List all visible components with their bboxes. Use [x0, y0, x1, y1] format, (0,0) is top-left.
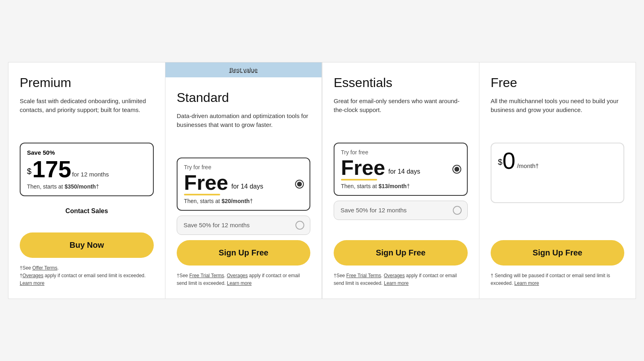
premium-period: for 12 months [72, 171, 109, 178]
plan-description-free: All the multichannel tools you need to b… [491, 97, 624, 133]
premium-currency: $ [27, 167, 31, 176]
premium-price-box: Save 50% $ 175 for 12 months Then, start… [20, 143, 154, 196]
plan-card-standard: Standard Data-driven automation and opti… [165, 77, 322, 299]
premium-save-text: Save 50% [27, 149, 147, 156]
free-number: 0 [502, 149, 515, 172]
essentials-save-option[interactable]: Save 50% for 12 months [334, 201, 468, 220]
plan-description-premium: Scale fast with dedicated onboarding, un… [20, 97, 154, 133]
standard-overages-link[interactable]: Overages [227, 273, 248, 278]
essentials-free-radio[interactable] [452, 165, 461, 174]
standard-free-trial-option[interactable]: Try for free Free for 14 days Then, star… [177, 158, 310, 211]
essentials-footnote: †See Free Trial Terms. Overages apply if… [334, 272, 468, 287]
free-learn-more-link[interactable]: Learn more [514, 280, 539, 286]
standard-save-radio[interactable] [295, 221, 304, 230]
plan-card-premium: Premium Scale fast with dedicated onboar… [8, 62, 165, 299]
plan-description-standard: Data-driven automation and optimization … [177, 112, 310, 148]
free-cta-button[interactable]: Sign Up Free [491, 240, 624, 266]
standard-save-option[interactable]: Save 50% for 12 months [177, 216, 310, 235]
standard-learn-more-link[interactable]: Learn more [227, 280, 252, 286]
premium-learn-more-link[interactable]: Learn more [20, 280, 44, 286]
plan-description-essentials: Great for email-only senders who want ar… [334, 97, 468, 133]
plan-card-free: Free All the multichannel tools you need… [479, 62, 636, 299]
standard-free-price: Free for 14 days [184, 172, 303, 193]
essentials-overages-link[interactable]: Overages [384, 273, 405, 278]
best-value-banner: Best value [165, 62, 322, 77]
premium-offer-terms-link[interactable]: Offer Terms [32, 265, 57, 271]
free-price-box: $ 0 /month† [491, 143, 624, 203]
free-per-month: /month† [517, 162, 539, 169]
free-currency: $ [498, 158, 502, 167]
plan-name-essentials: Essentials [334, 75, 468, 90]
free-amount: $ 0 /month† [498, 149, 539, 172]
essentials-save-label: Save 50% for 12 months [341, 207, 407, 214]
plan-name-standard: Standard [177, 90, 310, 105]
standard-then: Then, starts at $20/month† [184, 198, 303, 204]
standard-wrapper: Best value Standard Data-driven automati… [165, 62, 322, 299]
plan-card-essentials: Essentials Great for email-only senders … [322, 62, 479, 299]
standard-cta-button[interactable]: Sign Up Free [177, 240, 310, 266]
essentials-free-trial-option[interactable]: Try for free Free for 14 days Then, star… [334, 143, 468, 196]
essentials-cta-button[interactable]: Sign Up Free [334, 240, 468, 266]
essentials-try-free-label: Try for free [341, 149, 460, 156]
plan-name-premium: Premium [20, 75, 154, 90]
contact-sales-label: Contact Sales [20, 207, 154, 215]
essentials-free-trial-terms-link[interactable]: Free Trial Terms [346, 273, 381, 278]
essentials-then: Then, starts at $13/month† [341, 183, 460, 189]
standard-try-free-label: Try for free [184, 164, 303, 170]
standard-free-radio[interactable] [295, 180, 304, 189]
essentials-save-radio[interactable] [453, 206, 462, 215]
premium-amount: $ 175 for 12 months [27, 158, 147, 181]
premium-number: 175 [32, 158, 71, 181]
premium-overages-link[interactable]: Overages [23, 273, 43, 278]
standard-free-trial-terms-link[interactable]: Free Trial Terms [189, 273, 224, 278]
free-options-spacer [491, 208, 624, 235]
plan-name-free: Free [491, 75, 624, 90]
standard-save-label: Save 50% for 12 months [184, 222, 250, 228]
pricing-grid: Premium Scale fast with dedicated onboar… [8, 62, 636, 299]
premium-then: Then, starts at $350/month† [27, 183, 147, 190]
premium-footnote: †See Offer Terms. †Overages apply if con… [20, 264, 154, 288]
essentials-free-price: Free for 14 days [341, 157, 460, 178]
free-footnote: † Sending will be paused if contact or e… [491, 272, 624, 287]
standard-footnote: †See Free Trial Terms. Overages apply if… [177, 272, 310, 287]
premium-cta-button[interactable]: Buy Now [20, 232, 154, 258]
essentials-learn-more-link[interactable]: Learn more [384, 280, 409, 286]
